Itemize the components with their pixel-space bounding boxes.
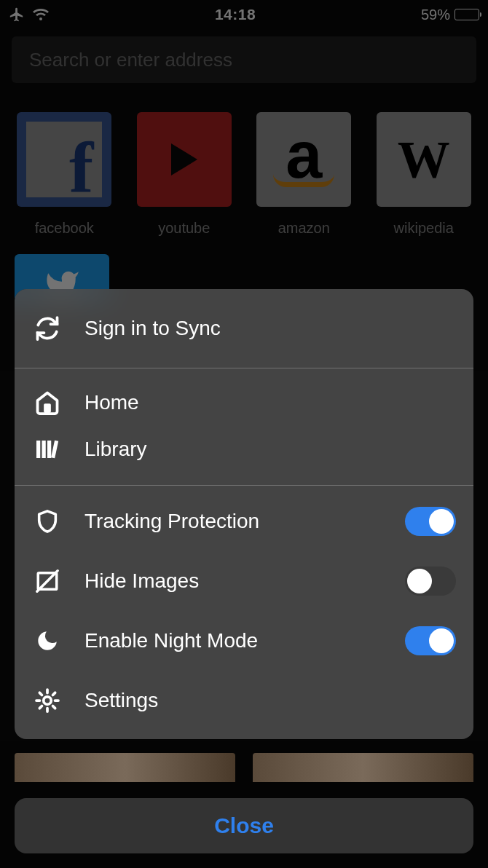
content-below-menu xyxy=(15,753,473,782)
menu-item-settings[interactable]: Settings xyxy=(15,671,473,730)
menu-item-label: Enable Night Mode xyxy=(84,629,405,652)
tracking-toggle[interactable] xyxy=(405,507,456,536)
menu-item-hide-images[interactable]: Hide Images xyxy=(15,551,473,611)
hide-images-icon xyxy=(32,569,63,593)
svg-rect-3 xyxy=(47,441,51,458)
night-mode-toggle[interactable] xyxy=(405,626,456,655)
close-button-label: Close xyxy=(214,813,274,838)
sync-icon xyxy=(32,315,63,342)
menu-item-label: Settings xyxy=(84,689,456,712)
menu-item-home[interactable]: Home xyxy=(15,368,473,427)
menu-item-label: Sign in to Sync xyxy=(84,317,456,340)
svg-point-7 xyxy=(44,697,52,705)
action-menu: Sign in to Sync Home Library Tracking Pr… xyxy=(15,289,473,739)
menu-item-tracking-protection[interactable]: Tracking Protection xyxy=(15,492,473,551)
shield-icon xyxy=(32,509,63,534)
svg-rect-1 xyxy=(36,441,40,458)
close-button[interactable]: Close xyxy=(15,798,473,853)
menu-item-library[interactable]: Library xyxy=(15,427,473,485)
svg-rect-0 xyxy=(45,405,50,411)
svg-rect-4 xyxy=(51,441,58,459)
menu-item-sync[interactable]: Sign in to Sync xyxy=(15,289,473,368)
menu-item-label: Tracking Protection xyxy=(84,510,405,533)
hide-images-toggle[interactable] xyxy=(405,567,456,596)
menu-item-label: Hide Images xyxy=(84,569,405,593)
gear-icon xyxy=(32,687,63,714)
svg-rect-2 xyxy=(42,441,46,458)
menu-item-night-mode[interactable]: Enable Night Mode xyxy=(15,611,473,671)
library-icon xyxy=(32,436,63,462)
menu-item-label: Home xyxy=(84,391,456,414)
menu-item-label: Library xyxy=(84,438,456,461)
moon-icon xyxy=(32,628,63,653)
home-icon xyxy=(32,390,63,416)
